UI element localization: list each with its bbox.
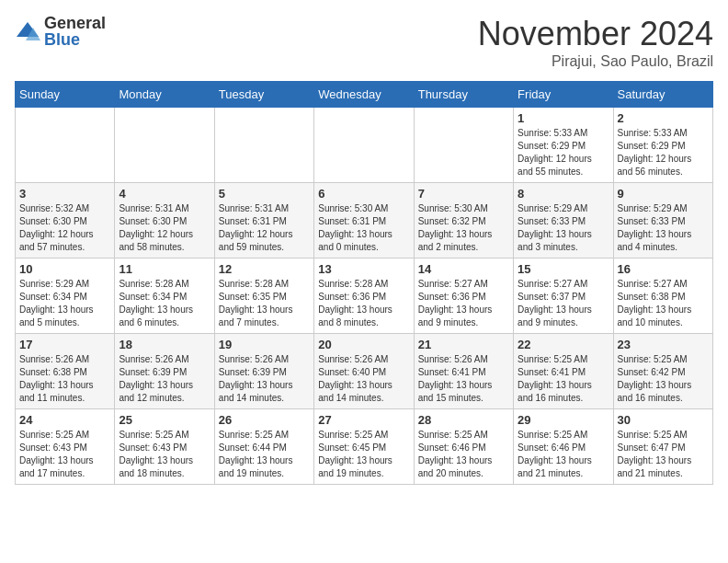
day-number: 14: [418, 262, 509, 276]
day-number: 23: [618, 338, 709, 351]
calendar-cell: 10Sunrise: 5:29 AM Sunset: 6:34 PM Dayli…: [16, 259, 115, 334]
day-header-wednesday: Wednesday: [314, 82, 414, 108]
calendar-cell: 19Sunrise: 5:26 AM Sunset: 6:39 PM Dayli…: [214, 334, 313, 409]
day-number: 29: [518, 413, 609, 427]
day-number: 5: [219, 187, 310, 201]
calendar-cell: 26Sunrise: 5:25 AM Sunset: 6:44 PM Dayli…: [214, 409, 313, 485]
calendar-cell: 7Sunrise: 5:30 AM Sunset: 6:32 PM Daylig…: [414, 183, 513, 259]
day-info: Sunrise: 5:28 AM Sunset: 6:35 PM Dayligh…: [219, 278, 310, 329]
logo-general: General: [44, 15, 106, 31]
day-header-saturday: Saturday: [613, 82, 712, 108]
day-number: 20: [318, 338, 409, 351]
month-title: November 2024: [478, 15, 713, 53]
day-info: Sunrise: 5:29 AM Sunset: 6:33 PM Dayligh…: [618, 202, 709, 254]
day-number: 2: [618, 111, 709, 125]
calendar-cell: 11Sunrise: 5:28 AM Sunset: 6:34 PM Dayli…: [115, 259, 214, 334]
calendar-cell: 27Sunrise: 5:25 AM Sunset: 6:45 PM Dayli…: [314, 409, 414, 485]
day-number: 11: [119, 262, 210, 276]
day-info: Sunrise: 5:25 AM Sunset: 6:43 PM Dayligh…: [19, 429, 110, 480]
calendar-header: SundayMondayTuesdayWednesdayThursdayFrid…: [16, 82, 713, 108]
day-info: Sunrise: 5:25 AM Sunset: 6:43 PM Dayligh…: [119, 429, 210, 480]
day-info: Sunrise: 5:33 AM Sunset: 6:29 PM Dayligh…: [518, 127, 609, 178]
calendar-cell: [115, 108, 214, 183]
day-header-thursday: Thursday: [414, 82, 513, 108]
day-number: 15: [518, 262, 609, 276]
calendar-cell: [214, 108, 313, 183]
title-block: November 2024 Pirajui, Sao Paulo, Brazil: [478, 15, 713, 70]
day-number: 7: [418, 187, 509, 201]
calendar-cell: 6Sunrise: 5:30 AM Sunset: 6:31 PM Daylig…: [314, 183, 414, 259]
calendar-cell: 20Sunrise: 5:26 AM Sunset: 6:40 PM Dayli…: [314, 334, 414, 409]
calendar-cell: 30Sunrise: 5:25 AM Sunset: 6:47 PM Dayli…: [613, 409, 712, 485]
day-header-friday: Friday: [514, 82, 613, 108]
day-number: 26: [219, 413, 310, 427]
week-row-1: 3Sunrise: 5:32 AM Sunset: 6:30 PM Daylig…: [16, 183, 713, 259]
calendar-cell: 12Sunrise: 5:28 AM Sunset: 6:35 PM Dayli…: [214, 259, 313, 334]
calendar-cell: 25Sunrise: 5:25 AM Sunset: 6:43 PM Dayli…: [115, 409, 214, 485]
day-info: Sunrise: 5:26 AM Sunset: 6:39 PM Dayligh…: [219, 353, 310, 405]
calendar-cell: [414, 108, 513, 183]
day-info: Sunrise: 5:25 AM Sunset: 6:44 PM Dayligh…: [219, 429, 310, 480]
calendar-cell: 24Sunrise: 5:25 AM Sunset: 6:43 PM Dayli…: [16, 409, 115, 485]
day-info: Sunrise: 5:26 AM Sunset: 6:38 PM Dayligh…: [19, 353, 110, 405]
day-header-sunday: Sunday: [16, 82, 115, 108]
calendar-cell: 22Sunrise: 5:25 AM Sunset: 6:41 PM Dayli…: [514, 334, 613, 409]
day-info: Sunrise: 5:28 AM Sunset: 6:34 PM Dayligh…: [119, 278, 210, 329]
day-number: 22: [518, 338, 609, 351]
calendar-cell: [16, 108, 115, 183]
logo-icon: [15, 18, 40, 44]
calendar-cell: 3Sunrise: 5:32 AM Sunset: 6:30 PM Daylig…: [16, 183, 115, 259]
day-number: 24: [19, 413, 110, 427]
calendar-cell: 13Sunrise: 5:28 AM Sunset: 6:36 PM Dayli…: [314, 259, 414, 334]
logo-blue: Blue: [44, 31, 106, 48]
day-info: Sunrise: 5:31 AM Sunset: 6:31 PM Dayligh…: [219, 202, 310, 254]
week-row-0: 1Sunrise: 5:33 AM Sunset: 6:29 PM Daylig…: [16, 108, 713, 183]
calendar-cell: 21Sunrise: 5:26 AM Sunset: 6:41 PM Dayli…: [414, 334, 513, 409]
day-number: 12: [219, 262, 310, 276]
page-header: General Blue November 2024 Pirajui, Sao …: [15, 15, 713, 70]
calendar-cell: 5Sunrise: 5:31 AM Sunset: 6:31 PM Daylig…: [214, 183, 313, 259]
day-number: 13: [318, 262, 409, 276]
day-info: Sunrise: 5:32 AM Sunset: 6:30 PM Dayligh…: [19, 202, 110, 254]
calendar-cell: 15Sunrise: 5:27 AM Sunset: 6:37 PM Dayli…: [514, 259, 613, 334]
day-info: Sunrise: 5:27 AM Sunset: 6:38 PM Dayligh…: [618, 278, 709, 329]
day-number: 17: [19, 338, 110, 351]
week-row-3: 17Sunrise: 5:26 AM Sunset: 6:38 PM Dayli…: [16, 334, 713, 409]
calendar-cell: 2Sunrise: 5:33 AM Sunset: 6:29 PM Daylig…: [613, 108, 712, 183]
day-info: Sunrise: 5:26 AM Sunset: 6:39 PM Dayligh…: [119, 353, 210, 405]
day-number: 19: [219, 338, 310, 351]
day-info: Sunrise: 5:26 AM Sunset: 6:40 PM Dayligh…: [318, 353, 409, 405]
day-number: 16: [618, 262, 709, 276]
calendar-body: 1Sunrise: 5:33 AM Sunset: 6:29 PM Daylig…: [16, 108, 713, 485]
day-info: Sunrise: 5:25 AM Sunset: 6:46 PM Dayligh…: [418, 429, 509, 480]
day-info: Sunrise: 5:27 AM Sunset: 6:36 PM Dayligh…: [418, 278, 509, 329]
day-header-monday: Monday: [115, 82, 214, 108]
calendar-cell: 29Sunrise: 5:25 AM Sunset: 6:46 PM Dayli…: [514, 409, 613, 485]
day-number: 8: [518, 187, 609, 201]
day-info: Sunrise: 5:25 AM Sunset: 6:42 PM Dayligh…: [618, 353, 709, 405]
day-number: 25: [119, 413, 210, 427]
day-number: 4: [119, 187, 210, 201]
day-info: Sunrise: 5:30 AM Sunset: 6:32 PM Dayligh…: [418, 202, 509, 254]
day-info: Sunrise: 5:29 AM Sunset: 6:33 PM Dayligh…: [518, 202, 609, 254]
logo-text: General Blue: [44, 15, 106, 48]
day-number: 28: [418, 413, 509, 427]
header-row: SundayMondayTuesdayWednesdayThursdayFrid…: [16, 82, 713, 108]
calendar-cell: 14Sunrise: 5:27 AM Sunset: 6:36 PM Dayli…: [414, 259, 513, 334]
logo: General Blue: [15, 15, 106, 48]
day-number: 10: [19, 262, 110, 276]
day-number: 30: [618, 413, 709, 427]
calendar-cell: 16Sunrise: 5:27 AM Sunset: 6:38 PM Dayli…: [613, 259, 712, 334]
day-number: 1: [518, 111, 609, 125]
day-number: 18: [119, 338, 210, 351]
calendar-cell: 28Sunrise: 5:25 AM Sunset: 6:46 PM Dayli…: [414, 409, 513, 485]
calendar-cell: 8Sunrise: 5:29 AM Sunset: 6:33 PM Daylig…: [514, 183, 613, 259]
calendar-cell: 4Sunrise: 5:31 AM Sunset: 6:30 PM Daylig…: [115, 183, 214, 259]
day-info: Sunrise: 5:27 AM Sunset: 6:37 PM Dayligh…: [518, 278, 609, 329]
day-info: Sunrise: 5:29 AM Sunset: 6:34 PM Dayligh…: [19, 278, 110, 329]
calendar-cell: 18Sunrise: 5:26 AM Sunset: 6:39 PM Dayli…: [115, 334, 214, 409]
calendar-cell: 23Sunrise: 5:25 AM Sunset: 6:42 PM Dayli…: [613, 334, 712, 409]
day-info: Sunrise: 5:33 AM Sunset: 6:29 PM Dayligh…: [618, 127, 709, 178]
week-row-2: 10Sunrise: 5:29 AM Sunset: 6:34 PM Dayli…: [16, 259, 713, 334]
calendar-cell: [314, 108, 414, 183]
